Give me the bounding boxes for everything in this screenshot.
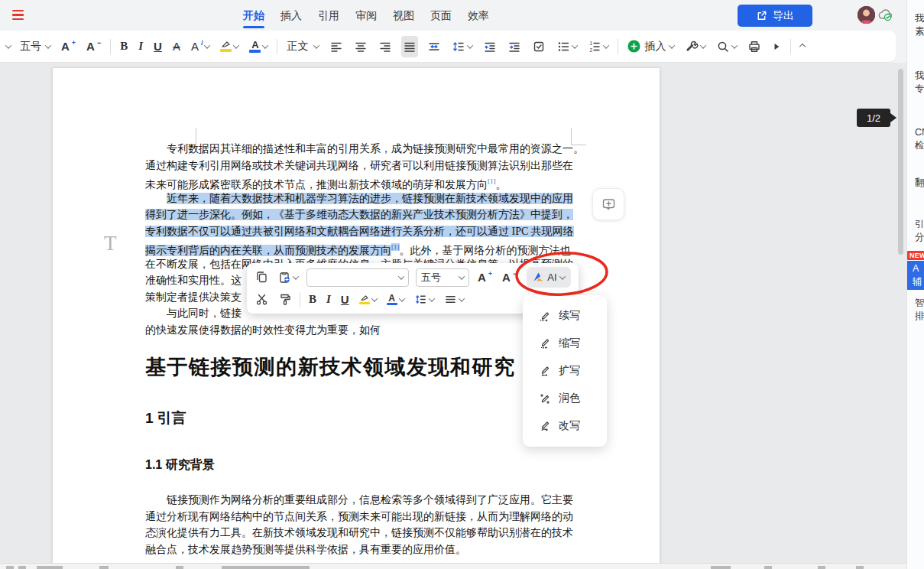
ai-menu-item-rewrite[interactable]: 改写 xyxy=(523,412,607,440)
collapse-toolbar-button[interactable] xyxy=(799,36,806,57)
add-comment-button[interactable] xyxy=(592,188,624,220)
highlight-color-dropdown-floating[interactable] xyxy=(358,289,378,311)
format-painter-icon xyxy=(278,293,291,306)
font-color-dropdown[interactable]: A xyxy=(248,36,269,57)
line-spacing-dropdown[interactable] xyxy=(450,36,474,57)
pen-polish-icon xyxy=(539,392,551,405)
vertical-scrollbar[interactable] xyxy=(898,69,903,255)
selected-text: 近年来，随着大数据技术和机器学习算法的进步，链接预测在新技术领域发现中的应用 xyxy=(167,193,573,204)
export-button[interactable]: 导出 xyxy=(738,5,812,27)
doc-line: 融合点，技术发展趋势预测等提供科学依据，具有重要的应用价值。 xyxy=(145,541,575,558)
increase-indent-icon xyxy=(507,40,521,54)
increase-font-button[interactable]: A+ xyxy=(60,36,77,57)
bold-button[interactable]: B xyxy=(118,36,129,57)
sidebar-item-materials[interactable]: 我 素 xyxy=(915,12,924,38)
increase-font-button-floating[interactable]: A+ xyxy=(476,267,494,288)
ai-menu-item-polish[interactable]: 润色 xyxy=(523,385,607,412)
ai-menu-item-expand[interactable]: 扩写 xyxy=(523,357,607,385)
line-spacing-dropdown-floating[interactable] xyxy=(413,289,436,311)
text-effects-dropdown[interactable]: Ai xyxy=(190,36,212,57)
chevron-down-icon xyxy=(467,42,473,48)
checkbox-list-button[interactable] xyxy=(530,36,547,57)
highlight-color-dropdown[interactable] xyxy=(219,36,240,57)
export-label: 导出 xyxy=(773,9,794,23)
increase-indent-button[interactable] xyxy=(506,36,523,57)
sidebar-item-cnki[interactable]: CN 检 xyxy=(915,126,924,152)
app-menu-icon[interactable] xyxy=(12,10,24,20)
underline-button-floating[interactable]: U xyxy=(339,289,351,311)
decrease-indent-button[interactable] xyxy=(481,36,498,57)
alignment-dropdown-floating[interactable] xyxy=(443,289,465,311)
cloud-sync-icon[interactable] xyxy=(877,6,894,24)
italic-button[interactable]: I xyxy=(137,36,144,57)
sidebar-item-citation[interactable]: 引 分 xyxy=(915,218,924,244)
tab-home[interactable]: 开始 xyxy=(242,0,265,31)
top-menu-bar: 开始 插入 引用 审阅 视图 页面 效率 导出 xyxy=(0,0,906,31)
collapsed-group-chevron[interactable] xyxy=(5,42,11,48)
font-color-dropdown-floating[interactable]: A xyxy=(385,289,406,311)
bold-button-floating[interactable]: B xyxy=(307,289,318,311)
chevron-down-icon xyxy=(398,295,404,301)
format-painter-button[interactable] xyxy=(277,289,293,311)
sidebar-item-typeset[interactable]: 智 排 xyxy=(915,297,924,323)
decrease-font-button[interactable]: A− xyxy=(85,36,102,57)
font-size-dropdown-floating[interactable]: 五号 xyxy=(416,268,469,287)
tab-insert[interactable]: 插入 xyxy=(280,0,303,31)
tab-view[interactable]: 视图 xyxy=(392,0,415,31)
ai-dropdown-button[interactable]: AI xyxy=(527,267,570,288)
cut-button[interactable] xyxy=(254,289,270,311)
paste-dropdown[interactable] xyxy=(277,267,300,288)
chevron-down-icon xyxy=(603,42,609,48)
highlighter-icon xyxy=(359,294,370,305)
chevron-down-icon xyxy=(572,42,578,48)
search-dropdown[interactable] xyxy=(715,36,738,57)
pen-continue-icon xyxy=(539,310,551,322)
insert-dropdown[interactable]: 插入 xyxy=(626,36,676,57)
paste-icon xyxy=(278,271,291,284)
paragraph-style-dropdown[interactable]: 正文 xyxy=(285,36,320,57)
chevron-down-icon xyxy=(45,42,51,48)
sidebar-item-translate[interactable]: 翻 xyxy=(915,177,924,190)
doc-line: 通过构建专利引用网络或技术关键词共现网络，研究者可以利用链接预测算法识别出那些在 xyxy=(145,158,575,174)
underline-button[interactable]: U xyxy=(152,36,164,57)
tab-page[interactable]: 页面 xyxy=(430,0,452,31)
chevron-down-icon xyxy=(313,42,319,48)
text-cursor: T xyxy=(104,232,117,255)
ai-label: AI xyxy=(547,271,556,283)
bullet-list-dropdown[interactable] xyxy=(555,36,579,57)
decrease-font-button-floating[interactable]: A− xyxy=(501,267,518,288)
strikethrough-button[interactable]: A xyxy=(171,36,182,57)
play-arrow-icon xyxy=(772,42,781,51)
print-button[interactable] xyxy=(746,36,763,57)
doc-line: 的快速发展使得数据的时效性变得尤为重要，如何 xyxy=(145,322,575,339)
search-icon xyxy=(716,40,730,54)
divider xyxy=(618,39,618,54)
tab-reference[interactable]: 引用 xyxy=(317,0,340,31)
user-avatar[interactable] xyxy=(858,6,875,24)
copy-button[interactable] xyxy=(254,267,270,288)
tools-dropdown[interactable] xyxy=(683,36,707,57)
formatting-toolbar: 五号 A+ A− B I U A Ai A 正文 12 xyxy=(0,31,896,63)
bullet-list-icon xyxy=(556,40,570,54)
comment-plus-icon xyxy=(601,197,617,213)
ai-menu-item-shorten[interactable]: 缩写 xyxy=(523,330,607,357)
insert-plus-icon xyxy=(627,40,640,53)
distribute-button[interactable] xyxy=(426,36,443,57)
align-left-button[interactable] xyxy=(328,36,345,57)
italic-button-floating[interactable]: I xyxy=(325,289,332,311)
more-tools-button[interactable] xyxy=(770,36,783,57)
font-color-icon: A xyxy=(249,40,261,53)
chevron-down-icon xyxy=(204,42,210,48)
ai-menu-item-continue[interactable]: 续写 xyxy=(523,302,607,330)
justify-button[interactable] xyxy=(401,36,418,57)
font-family-dropdown[interactable] xyxy=(306,268,409,287)
tab-efficiency[interactable]: 效率 xyxy=(467,0,490,31)
sidebar-item-ai-assist[interactable]: A 辅 xyxy=(907,261,924,290)
font-size-dropdown[interactable]: 五号 xyxy=(18,36,52,57)
sidebar-item-album[interactable]: 我 专 xyxy=(915,70,924,96)
tab-review[interactable]: 审阅 xyxy=(355,0,378,31)
align-right-button[interactable] xyxy=(377,36,394,57)
align-center-button[interactable] xyxy=(352,36,369,57)
numbered-list-dropdown[interactable]: 12 xyxy=(586,36,610,57)
page-indicator-arrow xyxy=(890,113,896,122)
